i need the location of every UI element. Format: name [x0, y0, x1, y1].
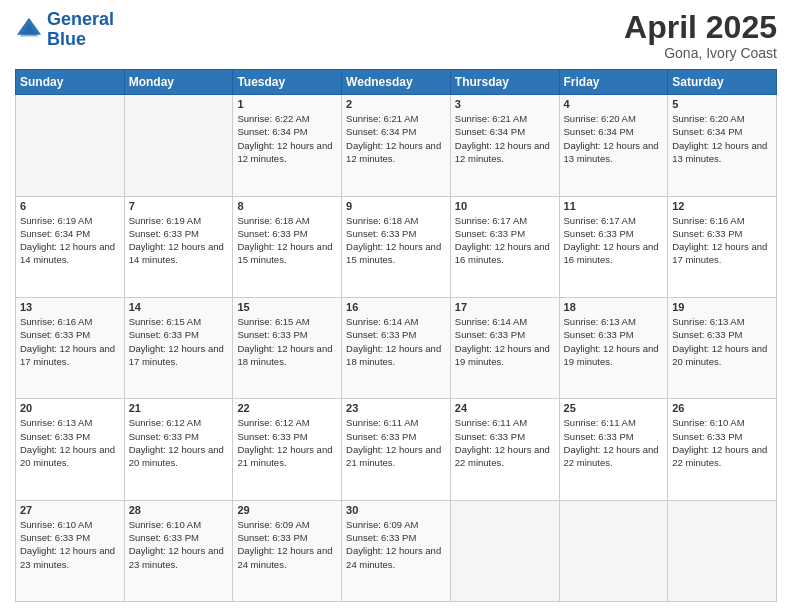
day-number: 12: [672, 200, 772, 212]
calendar-cell: [668, 500, 777, 601]
day-number: 25: [564, 402, 664, 414]
day-number: 27: [20, 504, 120, 516]
day-number: 21: [129, 402, 229, 414]
day-info: Sunrise: 6:14 AMSunset: 6:33 PMDaylight:…: [346, 315, 446, 368]
calendar-cell: 10Sunrise: 6:17 AMSunset: 6:33 PMDayligh…: [450, 196, 559, 297]
day-info: Sunrise: 6:12 AMSunset: 6:33 PMDaylight:…: [237, 416, 337, 469]
main-title: April 2025: [624, 10, 777, 45]
calendar-cell: 4Sunrise: 6:20 AMSunset: 6:34 PMDaylight…: [559, 95, 668, 196]
day-info: Sunrise: 6:11 AMSunset: 6:33 PMDaylight:…: [564, 416, 664, 469]
day-info: Sunrise: 6:11 AMSunset: 6:33 PMDaylight:…: [455, 416, 555, 469]
calendar-cell: 3Sunrise: 6:21 AMSunset: 6:34 PMDaylight…: [450, 95, 559, 196]
day-number: 29: [237, 504, 337, 516]
calendar-cell: [559, 500, 668, 601]
day-number: 17: [455, 301, 555, 313]
logo-icon: [15, 16, 43, 44]
day-number: 11: [564, 200, 664, 212]
calendar-cell: 2Sunrise: 6:21 AMSunset: 6:34 PMDaylight…: [342, 95, 451, 196]
day-number: 28: [129, 504, 229, 516]
calendar-cell: 8Sunrise: 6:18 AMSunset: 6:33 PMDaylight…: [233, 196, 342, 297]
day-info: Sunrise: 6:20 AMSunset: 6:34 PMDaylight:…: [564, 112, 664, 165]
day-info: Sunrise: 6:17 AMSunset: 6:33 PMDaylight:…: [564, 214, 664, 267]
day-info: Sunrise: 6:13 AMSunset: 6:33 PMDaylight:…: [20, 416, 120, 469]
day-number: 26: [672, 402, 772, 414]
day-number: 24: [455, 402, 555, 414]
day-info: Sunrise: 6:22 AMSunset: 6:34 PMDaylight:…: [237, 112, 337, 165]
day-info: Sunrise: 6:16 AMSunset: 6:33 PMDaylight:…: [672, 214, 772, 267]
calendar-cell: 16Sunrise: 6:14 AMSunset: 6:33 PMDayligh…: [342, 297, 451, 398]
day-info: Sunrise: 6:17 AMSunset: 6:33 PMDaylight:…: [455, 214, 555, 267]
calendar-week-row: 13Sunrise: 6:16 AMSunset: 6:33 PMDayligh…: [16, 297, 777, 398]
day-number: 10: [455, 200, 555, 212]
day-number: 1: [237, 98, 337, 110]
day-number: 20: [20, 402, 120, 414]
calendar-dow-friday: Friday: [559, 70, 668, 95]
day-number: 30: [346, 504, 446, 516]
title-block: April 2025 Gona, Ivory Coast: [624, 10, 777, 61]
calendar-dow-saturday: Saturday: [668, 70, 777, 95]
day-number: 7: [129, 200, 229, 212]
calendar-cell: 28Sunrise: 6:10 AMSunset: 6:33 PMDayligh…: [124, 500, 233, 601]
day-info: Sunrise: 6:15 AMSunset: 6:33 PMDaylight:…: [129, 315, 229, 368]
calendar-cell: 6Sunrise: 6:19 AMSunset: 6:34 PMDaylight…: [16, 196, 125, 297]
calendar-cell: 24Sunrise: 6:11 AMSunset: 6:33 PMDayligh…: [450, 399, 559, 500]
day-info: Sunrise: 6:20 AMSunset: 6:34 PMDaylight:…: [672, 112, 772, 165]
day-number: 5: [672, 98, 772, 110]
day-info: Sunrise: 6:12 AMSunset: 6:33 PMDaylight:…: [129, 416, 229, 469]
calendar-header-row: SundayMondayTuesdayWednesdayThursdayFrid…: [16, 70, 777, 95]
calendar-week-row: 27Sunrise: 6:10 AMSunset: 6:33 PMDayligh…: [16, 500, 777, 601]
day-info: Sunrise: 6:10 AMSunset: 6:33 PMDaylight:…: [20, 518, 120, 571]
day-info: Sunrise: 6:15 AMSunset: 6:33 PMDaylight:…: [237, 315, 337, 368]
day-number: 3: [455, 98, 555, 110]
day-info: Sunrise: 6:13 AMSunset: 6:33 PMDaylight:…: [564, 315, 664, 368]
page: General Blue April 2025 Gona, Ivory Coas…: [0, 0, 792, 612]
calendar-cell: 22Sunrise: 6:12 AMSunset: 6:33 PMDayligh…: [233, 399, 342, 500]
calendar-dow-sunday: Sunday: [16, 70, 125, 95]
calendar-cell: 7Sunrise: 6:19 AMSunset: 6:33 PMDaylight…: [124, 196, 233, 297]
calendar-cell: 20Sunrise: 6:13 AMSunset: 6:33 PMDayligh…: [16, 399, 125, 500]
day-number: 19: [672, 301, 772, 313]
calendar-cell: 29Sunrise: 6:09 AMSunset: 6:33 PMDayligh…: [233, 500, 342, 601]
day-info: Sunrise: 6:18 AMSunset: 6:33 PMDaylight:…: [237, 214, 337, 267]
day-number: 22: [237, 402, 337, 414]
day-number: 9: [346, 200, 446, 212]
day-number: 18: [564, 301, 664, 313]
calendar-cell: 5Sunrise: 6:20 AMSunset: 6:34 PMDaylight…: [668, 95, 777, 196]
calendar-dow-tuesday: Tuesday: [233, 70, 342, 95]
calendar-dow-wednesday: Wednesday: [342, 70, 451, 95]
calendar-table: SundayMondayTuesdayWednesdayThursdayFrid…: [15, 69, 777, 602]
header: General Blue April 2025 Gona, Ivory Coas…: [15, 10, 777, 61]
day-info: Sunrise: 6:09 AMSunset: 6:33 PMDaylight:…: [346, 518, 446, 571]
location-subtitle: Gona, Ivory Coast: [624, 45, 777, 61]
day-number: 8: [237, 200, 337, 212]
calendar-cell: 21Sunrise: 6:12 AMSunset: 6:33 PMDayligh…: [124, 399, 233, 500]
calendar-dow-monday: Monday: [124, 70, 233, 95]
day-info: Sunrise: 6:16 AMSunset: 6:33 PMDaylight:…: [20, 315, 120, 368]
day-info: Sunrise: 6:10 AMSunset: 6:33 PMDaylight:…: [129, 518, 229, 571]
calendar-week-row: 20Sunrise: 6:13 AMSunset: 6:33 PMDayligh…: [16, 399, 777, 500]
day-info: Sunrise: 6:09 AMSunset: 6:33 PMDaylight:…: [237, 518, 337, 571]
calendar-cell: [450, 500, 559, 601]
day-number: 15: [237, 301, 337, 313]
day-number: 23: [346, 402, 446, 414]
calendar-cell: 26Sunrise: 6:10 AMSunset: 6:33 PMDayligh…: [668, 399, 777, 500]
day-info: Sunrise: 6:19 AMSunset: 6:34 PMDaylight:…: [20, 214, 120, 267]
day-number: 14: [129, 301, 229, 313]
calendar-cell: 30Sunrise: 6:09 AMSunset: 6:33 PMDayligh…: [342, 500, 451, 601]
calendar-cell: [124, 95, 233, 196]
logo-line1: General: [47, 9, 114, 29]
calendar-dow-thursday: Thursday: [450, 70, 559, 95]
day-number: 13: [20, 301, 120, 313]
calendar-cell: 23Sunrise: 6:11 AMSunset: 6:33 PMDayligh…: [342, 399, 451, 500]
day-info: Sunrise: 6:21 AMSunset: 6:34 PMDaylight:…: [346, 112, 446, 165]
calendar-week-row: 6Sunrise: 6:19 AMSunset: 6:34 PMDaylight…: [16, 196, 777, 297]
calendar-cell: 14Sunrise: 6:15 AMSunset: 6:33 PMDayligh…: [124, 297, 233, 398]
calendar-cell: 18Sunrise: 6:13 AMSunset: 6:33 PMDayligh…: [559, 297, 668, 398]
day-info: Sunrise: 6:10 AMSunset: 6:33 PMDaylight:…: [672, 416, 772, 469]
day-info: Sunrise: 6:13 AMSunset: 6:33 PMDaylight:…: [672, 315, 772, 368]
day-info: Sunrise: 6:21 AMSunset: 6:34 PMDaylight:…: [455, 112, 555, 165]
calendar-week-row: 1Sunrise: 6:22 AMSunset: 6:34 PMDaylight…: [16, 95, 777, 196]
day-info: Sunrise: 6:19 AMSunset: 6:33 PMDaylight:…: [129, 214, 229, 267]
calendar-cell: [16, 95, 125, 196]
day-number: 6: [20, 200, 120, 212]
